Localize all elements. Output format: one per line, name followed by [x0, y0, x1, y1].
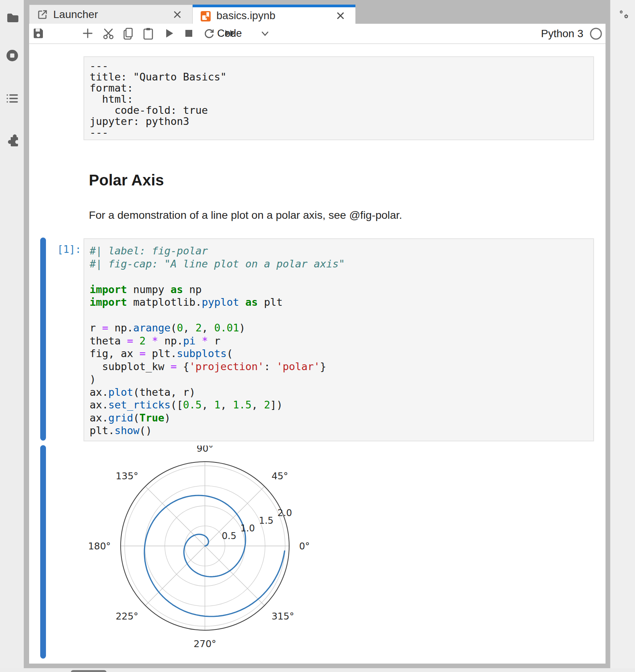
tab-label: basics.ipynb [216, 10, 335, 22]
cell-type-dropdown[interactable]: Code [217, 28, 242, 39]
output-collapser[interactable] [40, 445, 46, 659]
kernel-idle-circle-icon [589, 27, 602, 40]
svg-text:270°: 270° [193, 638, 216, 649]
raw-cell-editor[interactable]: ---title: "Quarto Basics"format: html: c… [83, 56, 594, 140]
code-line: plt.show() [90, 424, 588, 437]
code-line: ax.plot(theta, r) [90, 386, 588, 399]
input-collapser[interactable] [40, 238, 46, 441]
code-line: ) [90, 373, 588, 386]
tab-notebook[interactable]: basics.ipynb [193, 5, 355, 24]
notebook-icon [200, 10, 211, 21]
tab-bar: Launcher basics.ipynb [29, 5, 606, 24]
markdown-heading: Polar Axis [89, 172, 164, 189]
code-line: #| fig-cap: "A line plot on a polar axis… [90, 257, 588, 270]
code-line: import numpy as np [90, 283, 588, 296]
code-line: ax.set_rticks([0.5, 1, 1.5, 2]) [90, 398, 588, 411]
code-line: fig, ax = plt.subplots( [90, 347, 588, 360]
raw-line: format: [90, 82, 588, 93]
code-line: theta = 2 * np.pi * r [90, 334, 588, 347]
svg-text:315°: 315° [272, 611, 294, 622]
scissors-icon[interactable] [102, 27, 115, 40]
svg-text:1.5: 1.5 [259, 515, 273, 526]
tab-launcher[interactable]: Launcher [29, 5, 193, 24]
raw-line: title: "Quarto Basics" [90, 71, 588, 82]
raw-line: --- [90, 60, 588, 71]
close-icon[interactable] [335, 10, 346, 21]
plus-icon[interactable] [82, 27, 95, 40]
svg-text:2.0: 2.0 [277, 508, 292, 518]
code-line: import matplotlib.pyplot as plt [90, 296, 588, 309]
svg-text:135°: 135° [116, 470, 138, 482]
code-cell-editor[interactable]: #| label: fig-polar#| fig-cap: "A line p… [83, 238, 594, 441]
code-line: ax.grid(True) [90, 411, 588, 425]
raw-line: --- [90, 127, 588, 138]
kernel-indicator[interactable]: Python 3 [541, 24, 602, 43]
kernel-name: Python 3 [541, 28, 583, 40]
puzzle-icon[interactable] [6, 133, 19, 146]
save-icon[interactable] [32, 27, 45, 40]
notebook-toolbar: Code Python 3 [29, 24, 606, 44]
raw-line: jupyter: python3 [90, 116, 588, 127]
restart-icon[interactable] [203, 27, 216, 40]
code-line [90, 270, 588, 283]
left-sidebar [0, 0, 24, 672]
tab-label: Launcher [53, 8, 172, 21]
raw-line: html: [90, 93, 588, 105]
polar-plot-output: 0°45°90°135°180°225°270°315°0.51.01.52.0 [88, 446, 364, 654]
folder-icon[interactable] [6, 11, 19, 25]
list-icon[interactable] [6, 92, 19, 105]
svg-text:225°: 225° [116, 611, 138, 622]
code-line: subplot_kw = {'projection': 'polar'} [90, 360, 588, 373]
stop-icon[interactable] [183, 27, 196, 40]
gears-icon[interactable] [616, 9, 632, 26]
status-bar-item [71, 670, 106, 672]
right-sidebar [610, 0, 635, 672]
svg-text:90°: 90° [196, 446, 213, 454]
svg-text:0.5: 0.5 [222, 531, 236, 541]
play-icon[interactable] [163, 27, 176, 40]
code-line: #| label: fig-polar [90, 244, 588, 257]
stop-circle-icon[interactable] [6, 49, 19, 62]
launcher-icon [37, 9, 48, 20]
execution-count: [1]: [29, 244, 81, 255]
svg-text:0°: 0° [299, 541, 310, 552]
status-bar [0, 668, 635, 672]
svg-text:45°: 45° [272, 470, 288, 482]
raw-line: code-fold: true [90, 105, 588, 116]
chevron-down-icon[interactable] [260, 31, 270, 37]
paste-icon[interactable] [142, 27, 155, 40]
svg-text:180°: 180° [88, 541, 111, 552]
notebook-content: ---title: "Quarto Basics"format: html: c… [29, 44, 606, 664]
copy-icon[interactable] [122, 27, 135, 40]
main-dock-panel: Launcher basics.ipynb [29, 5, 606, 664]
svg-text:1.0: 1.0 [240, 523, 255, 534]
code-line [90, 309, 588, 322]
code-line: r = np.arange(0, 2, 0.01) [90, 321, 588, 334]
markdown-paragraph: For a demonstration of a line plot on a … [89, 209, 402, 221]
close-icon[interactable] [172, 9, 183, 20]
